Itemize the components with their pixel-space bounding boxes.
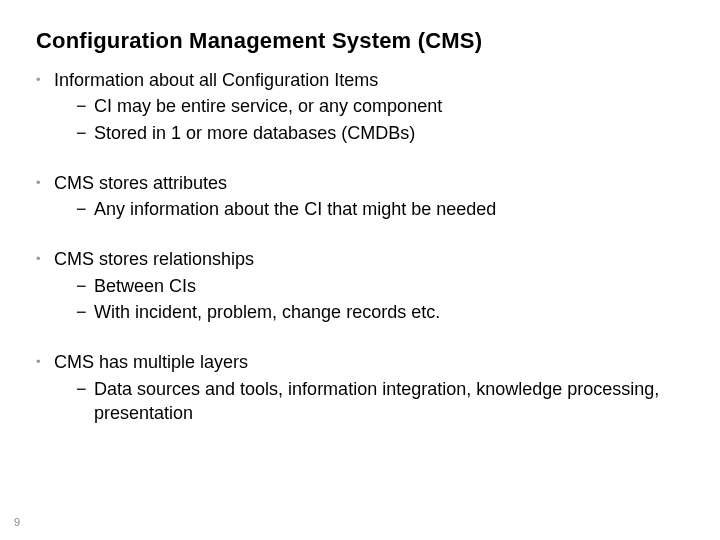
dash-icon: − [76, 300, 94, 324]
bullet-level2: − Data sources and tools, information in… [76, 377, 684, 426]
bullet-level1: • CMS stores relationships [36, 247, 684, 271]
bullet-group: • CMS stores relationships − Between CIs… [36, 247, 684, 324]
page-number: 9 [14, 516, 20, 528]
bullet-level1: • Information about all Configuration It… [36, 68, 684, 92]
bullet-text: CMS stores attributes [54, 171, 684, 195]
dash-icon: − [76, 121, 94, 145]
dash-icon: − [76, 377, 94, 401]
subbullet-text: Stored in 1 or more databases (CMDBs) [94, 121, 684, 145]
bullet-dot-icon: • [36, 350, 54, 374]
subbullet-text: Any information about the CI that might … [94, 197, 684, 221]
dash-icon: − [76, 197, 94, 221]
slide: Configuration Management System (CMS) • … [0, 0, 720, 540]
bullet-text: CMS stores relationships [54, 247, 684, 271]
subbullet-text: With incident, problem, change records e… [94, 300, 684, 324]
bullet-dot-icon: • [36, 247, 54, 271]
bullet-level1: • CMS stores attributes [36, 171, 684, 195]
bullet-level1: • CMS has multiple layers [36, 350, 684, 374]
bullet-level2: − Stored in 1 or more databases (CMDBs) [76, 121, 684, 145]
bullet-group: • CMS stores attributes − Any informatio… [36, 171, 684, 222]
dash-icon: − [76, 94, 94, 118]
slide-title: Configuration Management System (CMS) [36, 28, 684, 54]
bullet-level2: − Any information about the CI that migh… [76, 197, 684, 221]
bullet-group: • Information about all Configuration It… [36, 68, 684, 145]
subbullet-text: Data sources and tools, information inte… [94, 377, 684, 426]
subbullet-text: CI may be entire service, or any compone… [94, 94, 684, 118]
bullet-dot-icon: • [36, 68, 54, 92]
dash-icon: − [76, 274, 94, 298]
bullet-group: • CMS has multiple layers − Data sources… [36, 350, 684, 425]
bullet-level2: − With incident, problem, change records… [76, 300, 684, 324]
bullet-level2: − CI may be entire service, or any compo… [76, 94, 684, 118]
bullet-text: Information about all Configuration Item… [54, 68, 684, 92]
bullet-level2: − Between CIs [76, 274, 684, 298]
bullet-text: CMS has multiple layers [54, 350, 684, 374]
subbullet-text: Between CIs [94, 274, 684, 298]
bullet-dot-icon: • [36, 171, 54, 195]
